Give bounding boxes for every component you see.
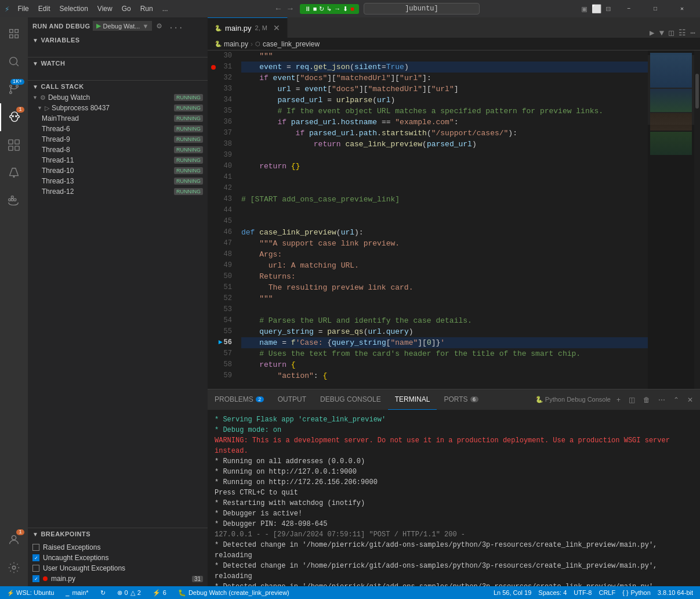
status-sync[interactable]: ↻	[98, 586, 108, 599]
callstack-header[interactable]: ▼ CALL STACK	[28, 81, 208, 92]
breakpoint-raised[interactable]: Raised Exceptions	[28, 542, 208, 553]
status-encoding[interactable]: UTF-8	[571, 586, 594, 599]
more-panel-btn[interactable]: ⋯	[656, 395, 668, 405]
terminal-content[interactable]: * Serving Flask app 'create_link_preview…	[208, 410, 700, 586]
status-python-version[interactable]: 3.8.10 64-bit	[655, 586, 695, 599]
callstack-thread12[interactable]: Thread-12 RUNNING	[28, 186, 208, 197]
menu-go[interactable]: Go	[118, 3, 135, 14]
callstack-thread13[interactable]: Thread-13 RUNNING	[28, 176, 208, 186]
breakpoint-mainpy[interactable]: main.py 31	[28, 573, 208, 584]
menu-more[interactable]: ...	[159, 3, 172, 14]
status-errors[interactable]: ⊗ 0 △ 2	[115, 586, 143, 599]
code-line-41	[241, 172, 648, 183]
menu-selection[interactable]: Selection	[56, 3, 91, 14]
debug-badge: 1	[16, 107, 24, 113]
layout-icon[interactable]: ▣	[582, 4, 586, 14]
user-uncaught-checkbox[interactable]	[32, 565, 39, 572]
branch-icon: ⎯	[66, 589, 70, 596]
status-wsl[interactable]: ⚡ WSL: Ubuntu	[5, 586, 56, 599]
tab-ports[interactable]: PORTS 6	[437, 389, 485, 410]
tab-debug-console[interactable]: DEBUG CONSOLE	[313, 389, 388, 410]
status-eol[interactable]: CRLF	[596, 586, 618, 599]
split-editor-btn[interactable]: ◫	[669, 28, 673, 38]
ln-55: 55	[212, 326, 232, 337]
new-terminal-btn[interactable]: +	[614, 395, 623, 405]
activity-explorer[interactable]	[0, 20, 28, 48]
status-cursor[interactable]: Ln 56, Col 19	[491, 586, 534, 599]
tab-terminal[interactable]: TERMINAL	[388, 389, 437, 410]
callstack-thread9[interactable]: Thread-9 RUNNING	[28, 134, 208, 145]
minimap-content	[648, 50, 694, 158]
debug-config-select[interactable]: ▶ Debug Wat... ▼	[93, 21, 153, 31]
minimize-button[interactable]: −	[615, 0, 642, 17]
run-debug-title: RUN AND DEBUG	[32, 23, 90, 30]
tab-close-button[interactable]: ✕	[273, 23, 280, 33]
mainpy-checkbox[interactable]	[32, 575, 39, 582]
back-arrow[interactable]: ←	[274, 3, 283, 15]
activity-source-control[interactable]: 1K+	[0, 75, 28, 103]
kill-terminal-btn[interactable]: 🗑	[641, 395, 652, 405]
layout-split-icon[interactable]: ⬜	[592, 4, 601, 14]
status-debug-watch[interactable]: 🐛 Debug Watch (create_link_preview)	[176, 586, 292, 599]
terminal-line-ctrl: Press CTRL+C to quit	[215, 488, 693, 498]
layout-panel-icon[interactable]: ⊟	[606, 4, 611, 14]
breakpoint-user-uncaught[interactable]: User Uncaught Exceptions	[28, 563, 208, 573]
status-ports[interactable]: ⚡ 6	[150, 586, 169, 599]
menu-edit[interactable]: Edit	[35, 3, 54, 14]
debug-more-btn[interactable]: ...	[166, 20, 186, 32]
tab-problems[interactable]: PROBLEMS 2	[208, 389, 271, 410]
variables-header[interactable]: ▼ VARIABLES	[28, 34, 208, 46]
panel-tabs: PROBLEMS 2 OUTPUT DEBUG CONSOLE TERMINAL…	[208, 389, 700, 410]
tab-mainpy[interactable]: 🐍 main.py 2, M ✕	[208, 17, 288, 38]
menu-view[interactable]: View	[94, 3, 116, 14]
callstack-thread8[interactable]: Thread-8 RUNNING	[28, 145, 208, 155]
title-bar-right: ▣ ⬜ ⊟	[582, 4, 611, 14]
status-spaces[interactable]: Spaces: 4	[536, 586, 569, 599]
close-button[interactable]: ✕	[669, 0, 695, 17]
watch-header[interactable]: ▼ WATCH	[28, 57, 208, 69]
vertical-scrollbar[interactable]	[694, 50, 700, 389]
maximize-panel-btn[interactable]: ⌃	[671, 395, 681, 405]
search-bar[interactable]: ]ubuntu]	[364, 3, 480, 15]
activity-settings[interactable]	[0, 554, 28, 582]
toggle-panel-btn[interactable]: ☷	[679, 28, 686, 38]
callstack-thread6[interactable]: Thread-6 RUNNING	[28, 124, 208, 134]
scrollbar-thumb[interactable]	[695, 74, 699, 109]
status-language[interactable]: { } Python	[620, 586, 653, 599]
status-branch[interactable]: ⎯ main*	[63, 586, 90, 599]
callstack-thread11[interactable]: Thread-11 RUNNING	[28, 155, 208, 165]
breakpoint-uncaught[interactable]: Uncaught Exceptions	[28, 553, 208, 563]
svg-rect-14	[11, 196, 13, 199]
split-terminal-btn[interactable]: ◫	[626, 395, 637, 405]
close-panel-btn[interactable]: ✕	[685, 395, 695, 405]
activity-docker[interactable]	[0, 187, 28, 215]
callstack-subprocess[interactable]: ▼ ▷ Subprocess 80437 RUNNING	[28, 103, 208, 113]
callstack-thread10[interactable]: Thread-10 RUNNING	[28, 165, 208, 176]
debug-settings-btn[interactable]: ⚙	[154, 20, 164, 32]
raised-checkbox[interactable]	[32, 544, 39, 551]
callstack-mainthread[interactable]: MainThread RUNNING	[28, 113, 208, 124]
ln-47: 47	[212, 238, 232, 249]
warning-icon: △	[130, 589, 135, 597]
python-version-label: 3.8.10 64-bit	[658, 589, 693, 596]
breakpoints-header[interactable]: ▼ BREAKPOINTS	[28, 528, 208, 540]
menu-file[interactable]: File	[14, 3, 32, 14]
debug-run-button[interactable]: ⏸ ■ ↻ ↳ → ⬇ ■	[300, 4, 359, 14]
python-icon-small: 🐍	[535, 396, 543, 403]
callstack-debug-watch[interactable]: ▼ ⚙ Debug Watch RUNNING	[28, 92, 208, 103]
menu-run[interactable]: Run	[137, 3, 157, 14]
activity-test[interactable]	[0, 159, 28, 187]
activity-extensions[interactable]	[0, 131, 28, 159]
uncaught-checkbox[interactable]	[32, 554, 39, 561]
breadcrumb-file[interactable]: main.py	[224, 40, 248, 48]
breadcrumb-symbol[interactable]: case_link_preview	[263, 40, 320, 48]
activity-search[interactable]	[0, 48, 28, 75]
activity-account[interactable]: 1	[0, 526, 28, 554]
tab-output[interactable]: OUTPUT	[271, 389, 313, 410]
run-dropdown-btn[interactable]: ▶ ▼	[650, 28, 664, 38]
maximize-button[interactable]: □	[642, 0, 669, 17]
more-actions-btn[interactable]: ⋯	[691, 28, 695, 38]
activity-debug[interactable]: 1	[0, 103, 28, 131]
code-content[interactable]: """ event = req.get_json(silent=True) if…	[237, 50, 648, 389]
forward-arrow[interactable]: →	[285, 3, 295, 15]
